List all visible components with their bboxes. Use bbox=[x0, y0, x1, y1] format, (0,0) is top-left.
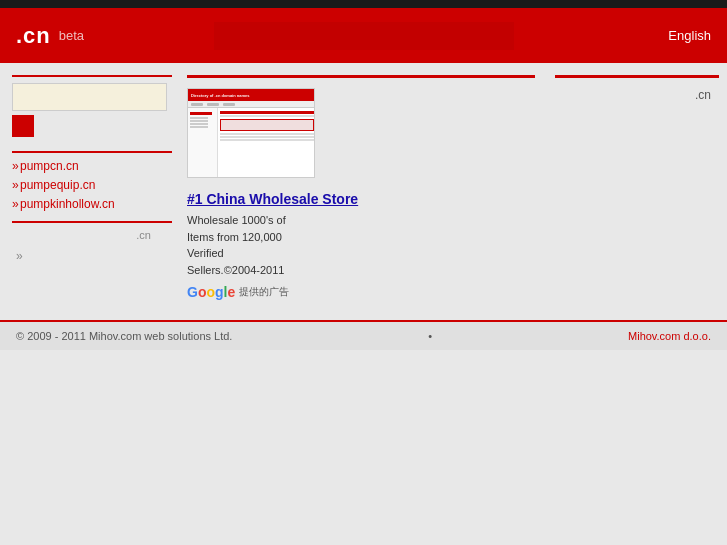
right-red-line bbox=[555, 75, 719, 78]
right-panel: .cn bbox=[547, 75, 727, 300]
sidebar-links-section: pumpcn.cn pumpequip.cn pumpkinhollow.cn bbox=[12, 159, 163, 211]
ad-google-text: 提供的广告 bbox=[239, 285, 289, 299]
right-cn-label: .cn bbox=[555, 88, 719, 102]
mini-header-text: Directory of .cn domain names bbox=[191, 93, 249, 98]
sidebar: pumpcn.cn pumpequip.cn pumpkinhollow.cn … bbox=[0, 75, 175, 300]
ad-text: Wholesale 1000's of Items from 120,000 V… bbox=[187, 212, 387, 278]
mini-main-gray-2 bbox=[220, 133, 314, 135]
mini-main-gray-1 bbox=[220, 115, 314, 117]
mini-site-preview: Directory of .cn domain names bbox=[188, 89, 315, 178]
header: .cn beta English bbox=[0, 8, 727, 63]
mini-nav-2 bbox=[207, 103, 219, 106]
mini-sidebar-item-1 bbox=[190, 112, 212, 115]
sidebar-search-button[interactable] bbox=[12, 115, 34, 137]
mini-nav-1 bbox=[191, 103, 203, 106]
ad-google-attribution: Google 提供的广告 bbox=[187, 284, 535, 300]
header-search-input[interactable] bbox=[214, 22, 514, 50]
mini-main-red-1 bbox=[220, 111, 314, 114]
google-logo: Google bbox=[187, 284, 235, 300]
sidebar-search-input[interactable] bbox=[12, 83, 167, 111]
mini-sidebar-item-4 bbox=[190, 123, 208, 125]
mini-sidebar-item-2 bbox=[190, 117, 208, 119]
footer-link[interactable]: Mihov.com d.o.o. bbox=[628, 330, 711, 342]
beta-label: beta bbox=[59, 28, 84, 43]
sidebar-link-3[interactable]: pumpkinhollow.cn bbox=[12, 197, 163, 211]
sidebar-link-1[interactable]: pumpcn.cn bbox=[12, 159, 163, 173]
sidebar-top-section bbox=[12, 75, 163, 141]
mini-nav bbox=[188, 101, 315, 108]
sidebar-red-line-top bbox=[12, 75, 172, 77]
ad-title-link[interactable]: #1 China Wholesale Store bbox=[187, 191, 358, 207]
center-content: Directory of .cn domain names bbox=[175, 75, 547, 300]
footer-copyright: © 2009 - 2011 Mihov.com web solutions Lt… bbox=[16, 330, 232, 342]
ad-line-4: Sellers.©2004-2011 bbox=[187, 264, 284, 276]
sidebar-red-line-bottom bbox=[12, 221, 172, 223]
language-selector[interactable]: English bbox=[668, 28, 711, 43]
top-bar bbox=[0, 0, 727, 8]
ad-section: #1 China Wholesale Store Wholesale 1000'… bbox=[187, 190, 535, 300]
mini-sidebar-item-3 bbox=[190, 120, 208, 122]
main-wrapper: pumpcn.cn pumpequip.cn pumpkinhollow.cn … bbox=[0, 63, 727, 300]
footer-dot: • bbox=[428, 330, 432, 342]
footer: © 2009 - 2011 Mihov.com web solutions Lt… bbox=[0, 320, 727, 350]
mini-header: Directory of .cn domain names bbox=[188, 89, 315, 101]
site-screenshot: Directory of .cn domain names bbox=[187, 88, 315, 178]
site-logo: .cn bbox=[16, 23, 51, 49]
mini-sidebar bbox=[188, 108, 218, 178]
mini-main bbox=[218, 108, 315, 178]
content-area: pumpcn.cn pumpequip.cn pumpkinhollow.cn … bbox=[0, 63, 727, 300]
ad-line-3: Verified bbox=[187, 247, 224, 259]
sidebar-cn-label: .cn bbox=[12, 229, 163, 241]
sidebar-link-2[interactable]: pumpequip.cn bbox=[12, 178, 163, 192]
sidebar-red-line-mid bbox=[12, 151, 172, 153]
mini-body bbox=[188, 108, 315, 178]
mini-sidebar-item-5 bbox=[190, 126, 208, 128]
ad-line-2: Items from 120,000 bbox=[187, 231, 282, 243]
mini-main-gray-4 bbox=[220, 139, 314, 141]
mini-main-block bbox=[220, 119, 314, 131]
mini-main-gray-3 bbox=[220, 136, 314, 138]
mini-nav-3 bbox=[223, 103, 235, 106]
ad-line-1: Wholesale 1000's of bbox=[187, 214, 286, 226]
center-red-line bbox=[187, 75, 535, 78]
sidebar-arrow: » bbox=[12, 249, 163, 263]
